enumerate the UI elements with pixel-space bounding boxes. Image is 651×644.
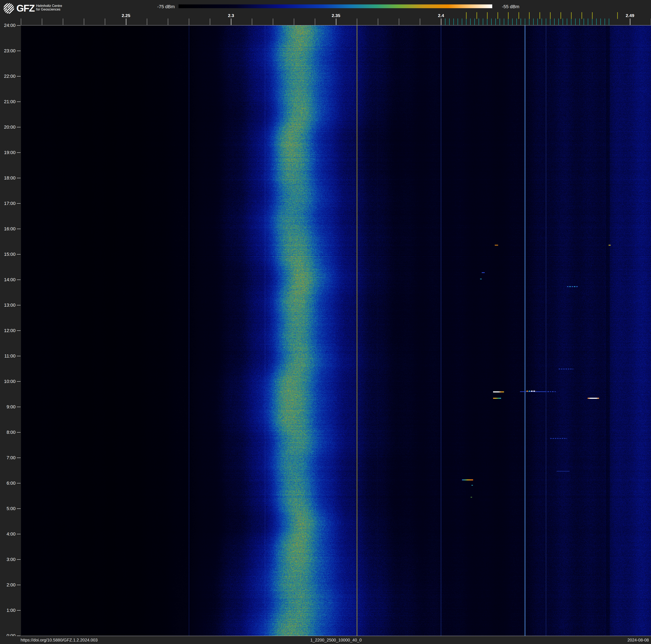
bluetooth-channel-tick [579, 19, 580, 25]
time-tick [17, 305, 21, 305]
freq-minor-tick [357, 19, 357, 25]
bluetooth-channel-tick [533, 19, 534, 25]
time-tick [17, 178, 21, 178]
freq-major-tick [231, 19, 231, 25]
bluetooth-channel-tick [567, 19, 567, 25]
freq-minor-tick [378, 19, 378, 25]
time-tick-label: 24:00 [0, 23, 16, 28]
bluetooth-channel-tick [491, 19, 492, 25]
freq-minor-tick [420, 19, 420, 25]
time-tick-label: 22:00 [0, 74, 16, 79]
freq-minor-tick [84, 19, 84, 25]
wifi-channel-tick [582, 12, 582, 19]
time-tick [17, 610, 21, 611]
freq-tick-label: 2.3 [228, 13, 234, 18]
footer-bar: https://doi.org/10.5880/GFZ.1.2.2024.003… [0, 636, 651, 644]
bluetooth-channel-tick [529, 19, 529, 25]
time-tick [17, 127, 21, 127]
wifi-channel-tick [487, 12, 488, 19]
time-tick [17, 508, 21, 509]
time-tick-label: 1:00 [0, 608, 16, 613]
time-tick-label: 8:00 [0, 430, 16, 435]
time-tick [17, 559, 21, 560]
freq-tick-label: 2.4 [438, 13, 444, 18]
freq-major-tick [630, 19, 630, 25]
time-tick [17, 534, 21, 534]
freq-minor-tick [147, 19, 147, 25]
wifi-channel-tick [519, 12, 519, 19]
freq-minor-tick [42, 19, 42, 25]
bluetooth-channel-tick [483, 19, 483, 25]
bluetooth-channel-tick [600, 19, 601, 25]
bluetooth-channel-tick [458, 19, 458, 25]
freq-minor-tick [210, 19, 210, 25]
time-tick-label: 3:00 [0, 557, 16, 562]
gfz-logo: GFZ Helmholtz Centre for Geosciences [3, 3, 62, 14]
time-tick-label: 16:00 [0, 226, 16, 232]
freq-minor-tick [252, 19, 252, 25]
wifi-channel-tick [529, 12, 530, 19]
time-tick [17, 432, 21, 433]
wifi-channel-tick [571, 12, 571, 19]
bluetooth-channel-tick [487, 19, 488, 25]
freq-minor-tick [21, 19, 21, 25]
time-tick-label: 19:00 [0, 150, 16, 155]
bluetooth-channel-tick [474, 19, 475, 25]
freq-minor-tick [294, 19, 294, 25]
time-tick-label: 2:00 [0, 582, 16, 588]
freq-major-tick [126, 19, 126, 25]
time-tick-label: 18:00 [0, 175, 16, 181]
bluetooth-channel-tick [575, 19, 576, 25]
wifi-channel-tick [466, 12, 467, 19]
time-tick-label: 15:00 [0, 252, 16, 257]
colorbar-max-label: -55 dBm [502, 4, 519, 9]
wifi-channel-tick [508, 12, 508, 19]
freq-tick-label: 2.25 [122, 13, 130, 18]
bluetooth-channel-tick [462, 19, 462, 25]
bluetooth-channel-tick [604, 19, 605, 25]
colorbar [179, 4, 492, 8]
wifi-channel-tick [592, 12, 593, 19]
time-tick-label: 23:00 [0, 48, 16, 54]
freq-tick-label: 2.49 [626, 13, 634, 18]
bluetooth-channel-tick [554, 19, 555, 25]
time-tick-label: 4:00 [0, 531, 16, 537]
bluetooth-channel-tick [588, 19, 588, 25]
time-tick-label: 12:00 [0, 328, 16, 333]
wifi-channel-tick [560, 12, 561, 19]
bluetooth-channel-tick [558, 19, 559, 25]
bluetooth-channel-tick [521, 19, 521, 25]
time-tick [17, 203, 21, 204]
wifi-channel-tick [539, 12, 540, 19]
freq-minor-tick [168, 19, 168, 25]
wifi-channel-tick [550, 12, 551, 19]
time-tick [17, 356, 21, 356]
colorbar-min-label: -75 dBm [157, 4, 175, 9]
dataset-id: 1_2200_2500_10000_40_0 [21, 638, 651, 643]
time-tick-label: 5:00 [0, 506, 16, 511]
time-tick [17, 152, 21, 153]
time-tick-label: 21:00 [0, 99, 16, 105]
time-tick [17, 101, 21, 102]
wifi-channel-tick [617, 12, 618, 19]
bluetooth-channel-tick [563, 19, 563, 25]
bluetooth-channel-tick [466, 19, 466, 25]
freq-minor-tick [315, 19, 315, 25]
bluetooth-channel-tick [449, 19, 450, 25]
bluetooth-channel-tick [550, 19, 550, 25]
time-tick [17, 280, 21, 280]
bluetooth-channel-tick [478, 19, 479, 25]
time-tick [17, 25, 21, 26]
time-tick [17, 254, 21, 255]
bluetooth-channel-tick [495, 19, 496, 25]
logo-subtitle-line1: Helmholtz Centre [36, 4, 62, 7]
bluetooth-channel-tick [537, 19, 538, 25]
bluetooth-channel-tick [454, 19, 454, 25]
freq-minor-tick [63, 19, 63, 25]
time-tick [17, 330, 21, 331]
bluetooth-channel-tick [504, 19, 504, 25]
wifi-channel-tick [476, 12, 477, 19]
logo-wordmark: GFZ [17, 3, 34, 13]
bluetooth-channel-tick [609, 19, 609, 25]
time-tick [17, 51, 21, 51]
